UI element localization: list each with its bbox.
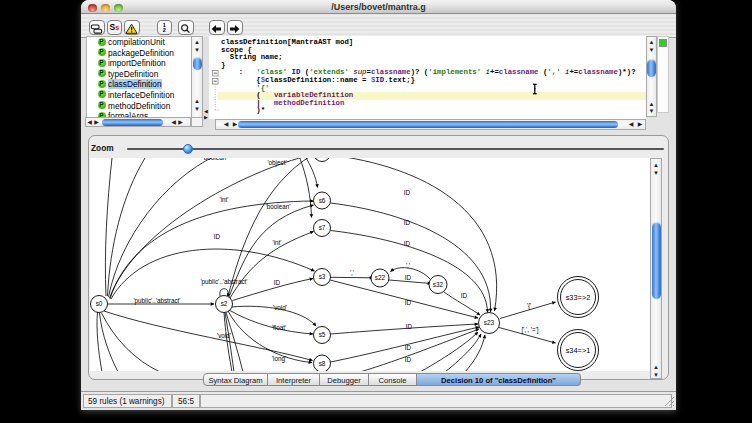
svg-text:',': ',' (350, 269, 354, 276)
svg-text:s34=>1: s34=>1 (566, 346, 591, 355)
svg-text:ID: ID (406, 323, 413, 330)
svg-text:'object': 'object' (267, 159, 286, 167)
svg-text:'boolean': 'boolean' (203, 158, 228, 161)
svg-text:ID: ID (404, 189, 411, 196)
svg-text:'void': 'void' (273, 304, 287, 311)
svg-text:'long': 'long' (272, 355, 286, 363)
svg-text:ID: ID (404, 240, 411, 247)
svg-text:ID: ID (405, 299, 412, 306)
svg-text:'int': 'int' (219, 196, 228, 203)
svg-text:ID: ID (461, 292, 468, 299)
svg-text:s6: s6 (319, 197, 326, 204)
svg-text:ID: ID (405, 274, 412, 281)
svg-text:',': ',' (406, 262, 410, 269)
svg-text:s7: s7 (319, 224, 326, 231)
svg-text:'public'..'abstract': 'public'..'abstract' (133, 297, 180, 305)
svg-text:'float': 'float' (272, 324, 286, 331)
svg-text:s22: s22 (375, 274, 386, 281)
svg-text:s33=>2: s33=>2 (566, 293, 591, 302)
svg-text:'boolean': 'boolean' (266, 203, 291, 210)
svg-text:'public'..'abstract': 'public'..'abstract' (200, 278, 247, 286)
svg-text:ID: ID (214, 233, 221, 240)
svg-text:ID: ID (405, 344, 412, 351)
svg-text:'int': 'int' (272, 239, 281, 246)
svg-text:s23: s23 (484, 319, 495, 326)
svg-text:ID: ID (274, 279, 281, 286)
svg-text:'{': '{' (527, 302, 532, 310)
svg-text:s32: s32 (433, 281, 444, 288)
svg-text:s2: s2 (221, 300, 228, 307)
svg-text:s3: s3 (319, 273, 326, 280)
svg-text:'void': 'void' (217, 332, 231, 339)
svg-text:s8: s8 (319, 360, 326, 367)
svg-text:ID: ID (404, 219, 411, 226)
svg-text:s0: s0 (96, 300, 103, 307)
svg-text:[',', '=']: [',', '='] (521, 326, 538, 334)
svg-text:s5: s5 (319, 331, 326, 338)
svg-text:ID: ID (405, 356, 412, 363)
